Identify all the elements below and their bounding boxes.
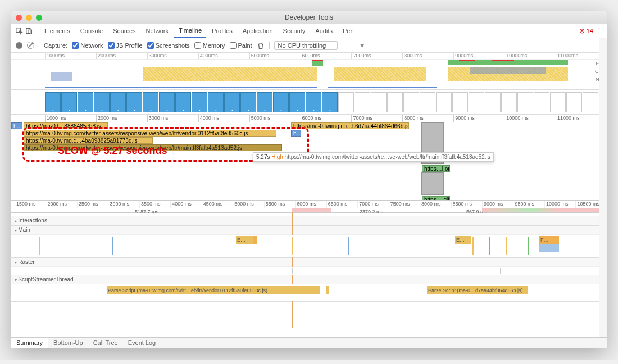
tab-timeline[interactable]: Timeline (174, 24, 206, 38)
timeline-overview[interactable]: 1000ms2000ms3000ms4000ms5000ms6000ms7000… (11, 53, 607, 90)
timeline-toolbar: Capture: Network JS Profile Screenshots … (11, 38, 607, 53)
checkbox-paint[interactable]: Paint (230, 42, 252, 49)
network-request[interactable]: https://ma-0.twimg.co…l.6d7aa44bf864d66b… (291, 122, 409, 129)
svg-rect-1 (26, 28, 30, 33)
details-footer: Summary Bottom-Up Call Tree Event Log (11, 337, 607, 348)
network-request[interactable]: https://ma-0.twimg.com/twitter-assets/re… (24, 130, 276, 136)
network-request[interactable]: https://ma-0.t…8886485eb8.js (24, 122, 108, 129)
tab-application[interactable]: Application (238, 25, 278, 37)
section-interactions[interactable]: Interactions (11, 216, 607, 226)
clear-button[interactable] (27, 42, 34, 49)
more-icon[interactable]: ⋮ (594, 26, 603, 35)
network-request[interactable]: h…e (11, 122, 22, 129)
tab-profiles[interactable]: Profiles (207, 25, 237, 37)
titlebar: Developer Tools (11, 11, 607, 24)
checkbox-network[interactable]: Network (72, 42, 103, 49)
timing-markers: 5187.7 ms 2379.2 ms 567.9 ms (11, 208, 607, 216)
footer-tab-bottomup[interactable]: Bottom-Up (48, 338, 88, 348)
tab-elements[interactable]: Elements (40, 25, 75, 37)
network-request[interactable]: https://ma-0.twimg.c…4ba098825a81773d.js (24, 137, 153, 144)
flame-chart[interactable]: 1000 ms2000 ms3000 ms4000 ms5000 ms6000 … (11, 115, 607, 213)
garbage-collect-icon[interactable] (257, 42, 265, 49)
section-main[interactable]: Main E… E… F… (11, 226, 607, 258)
lower-panels: 1500 ms2000 ms2500 ms3000 ms3500 ms4000 … (11, 200, 607, 337)
checkbox-jsprofile[interactable]: JS Profile (108, 42, 143, 49)
tab-console[interactable]: Console (76, 25, 107, 37)
screenshot-strip[interactable] (11, 90, 607, 115)
network-request[interactable]: https…l.png (422, 165, 450, 172)
network-request[interactable] (421, 172, 444, 195)
network-request[interactable]: https://ma-0.twimg.com/twitter-assets/re… (24, 144, 282, 151)
cpu-throttling-select[interactable]: No CPU throttling (274, 41, 338, 50)
request-tooltip: 5.27s High https://ma-0.twimg.com/twitte… (253, 152, 494, 162)
network-request[interactable]: h… (291, 130, 301, 136)
section-scriptstreamer[interactable]: ScriptStreamerThread Parse Script (ma-0.… (11, 275, 607, 302)
devtools-tabs: Elements Console Sources Network Timelin… (11, 24, 607, 38)
window-title: Developer Tools (11, 13, 607, 21)
inspect-element-icon[interactable] (15, 26, 24, 35)
footer-tab-calltree[interactable]: Call Tree (88, 338, 123, 348)
tab-sources[interactable]: Sources (108, 25, 140, 37)
overview-ruler: 1000ms2000ms3000ms4000ms5000ms6000ms7000… (11, 53, 607, 60)
tab-network[interactable]: Network (142, 25, 173, 37)
device-toggle-icon[interactable] (25, 26, 34, 35)
section-raster[interactable]: Raster (11, 258, 607, 275)
devtools-window: Developer Tools Elements Console Sources… (11, 11, 607, 348)
checkbox-screenshots[interactable]: Screenshots (147, 42, 190, 49)
checkbox-memory[interactable]: Memory (194, 42, 225, 49)
tab-audits[interactable]: Audits (311, 25, 337, 37)
footer-tab-eventlog[interactable]: Event Log (123, 338, 161, 348)
tab-perf[interactable]: Perf (338, 25, 358, 37)
vertical-scrollbar[interactable] (599, 38, 607, 337)
parse-script-bar[interactable]: Parse Script (ma-0…d7aa44bf864d66b.js) (427, 286, 528, 294)
record-button[interactable] (16, 42, 22, 49)
flame-ruler: 1000 ms2000 ms3000 ms4000 ms5000 ms6000 … (11, 115, 607, 122)
capture-label: Capture: (44, 42, 67, 49)
footer-tab-summary[interactable]: Summary (11, 338, 48, 348)
error-count[interactable]: 14 (579, 27, 593, 35)
parse-script-bar[interactable]: Parse Script (ma-0.twimg.com/twitt…eb/lt… (107, 286, 320, 294)
tab-security[interactable]: Security (279, 25, 310, 37)
detail-ruler: 1500 ms2000 ms2500 ms3000 ms3500 ms4000 … (11, 201, 607, 208)
